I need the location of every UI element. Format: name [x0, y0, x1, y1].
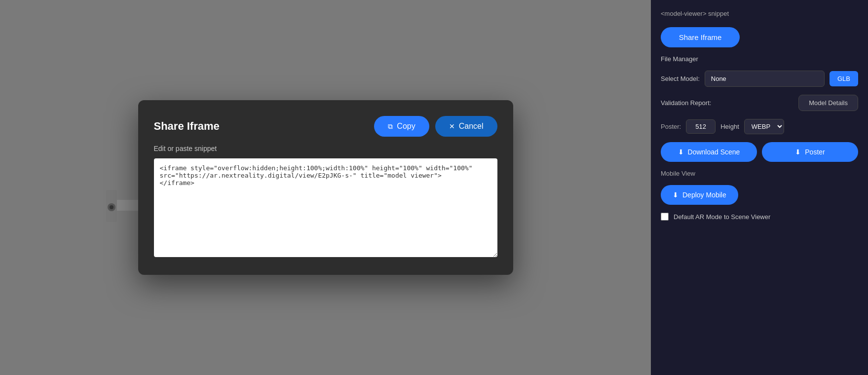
modal-actions: ⧉ Copy ✕ Cancel: [374, 116, 497, 137]
download-scene-button[interactable]: ⬇ Download Scene: [661, 142, 757, 162]
share-iframe-modal: Share Iframe ⧉ Copy ✕ Cancel Edit or pas…: [138, 100, 513, 275]
select-model-label: Select Model:: [661, 75, 700, 82]
download-scene-icon: ⬇: [678, 148, 684, 156]
validation-report-label: Validation Report:: [661, 99, 711, 107]
file-manager-label: File Manager: [661, 55, 858, 63]
copy-button[interactable]: ⧉ Copy: [374, 116, 429, 137]
ar-mode-row: Default AR Mode to Scene Viewer: [661, 213, 858, 221]
glb-button[interactable]: GLB: [830, 71, 858, 86]
download-poster-row: ⬇ Download Scene ⬇ Poster: [661, 142, 858, 162]
poster-label: Poster:: [661, 123, 681, 130]
main-viewport: Share Iframe ⧉ Copy ✕ Cancel Edit or pas…: [0, 0, 651, 375]
poster-button[interactable]: ⬇ Poster: [762, 142, 858, 162]
right-sidebar: <model-viewer> snippet Share Iframe File…: [651, 0, 868, 375]
snippet-title: <model-viewer> snippet: [661, 10, 858, 17]
mobile-view-label: Mobile View: [661, 170, 858, 177]
deploy-mobile-button[interactable]: ⬇ Deploy Mobile: [661, 185, 738, 205]
model-details-button[interactable]: Model Details: [798, 95, 858, 111]
x-icon: ✕: [449, 122, 455, 130]
format-select[interactable]: WEBP PNG JPEG: [744, 119, 784, 134]
poster-download-icon: ⬇: [795, 148, 801, 156]
select-model-dropdown[interactable]: None: [705, 71, 825, 87]
validation-row: Validation Report: Model Details: [661, 95, 858, 111]
ar-mode-checkbox[interactable]: [661, 213, 669, 221]
cancel-button[interactable]: ✕ Cancel: [435, 116, 497, 137]
modal-overlay: Share Iframe ⧉ Copy ✕ Cancel Edit or pas…: [0, 0, 651, 375]
snippet-textarea[interactable]: [154, 158, 497, 257]
share-iframe-button[interactable]: Share Iframe: [661, 27, 740, 47]
modal-subtitle: Edit or paste snippet: [154, 145, 497, 152]
ar-mode-label: Default AR Mode to Scene Viewer: [674, 213, 770, 221]
select-model-row: Select Model: None GLB: [661, 71, 858, 87]
modal-header: Share Iframe ⧉ Copy ✕ Cancel: [154, 116, 497, 137]
modal-title: Share Iframe: [154, 120, 220, 133]
copy-icon: ⧉: [388, 122, 393, 131]
poster-row: Poster: Height WEBP PNG JPEG: [661, 119, 858, 134]
poster-height-input[interactable]: [686, 119, 716, 134]
deploy-mobile-icon: ⬇: [673, 191, 679, 199]
height-label: Height: [720, 123, 739, 130]
